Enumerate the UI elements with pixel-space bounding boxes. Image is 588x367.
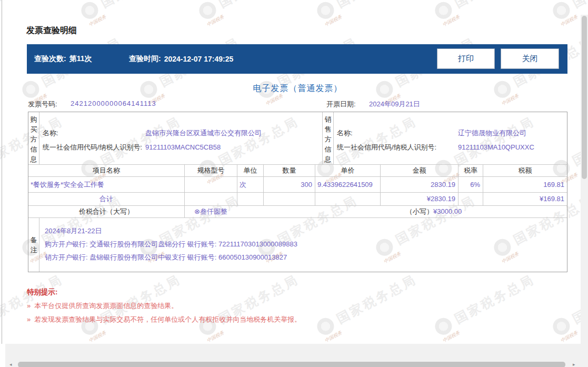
notice-item: »本平台仅提供所查询发票票面信息的查验结果。 — [27, 301, 178, 311]
seller-name-value: 辽宁德晟物业有限公司 — [458, 126, 526, 140]
subtotal-empty-cell — [185, 193, 237, 206]
header-cell: 税额 — [483, 165, 567, 177]
subtotal-empty-cell — [264, 193, 315, 206]
remarks-row: 备注 2024年8月21-22日 购方开户银行: 交通银行股份有限公司盘锦分行 … — [28, 218, 567, 272]
invoice-date-value: 2024年09月21日 — [369, 100, 420, 109]
invoice-verification-page: 发票查验明细 查验次数: 第11次 查验时间: 2024-12-07 17:49… — [0, 0, 588, 367]
header-cell: 项目名称 — [28, 165, 185, 177]
seller-info-cell: 名称: 辽宁德晟物业有限公司 统一社会信用代码/纳税人识别号: 91211103… — [334, 112, 567, 165]
scroll-left-arrow-icon[interactable]: ◂ — [9, 362, 12, 367]
notice-item-text: 本平台仅提供所查询发票票面信息的查验结果。 — [34, 302, 178, 310]
header-cell: 单位 — [237, 165, 264, 177]
invoice-number-row: 发票号码: 24212000000064141113 开票日期: 2024年09… — [0, 100, 588, 109]
grand-total-figures-label: （小写） — [406, 206, 433, 217]
notice-bullet: » — [27, 302, 31, 310]
subtotal-row: 合计 ¥2830.19 ¥169.81 — [28, 193, 567, 206]
grand-total-figures-value: ¥3000.00 — [433, 206, 462, 217]
item-price-cell: 9.4339622641509 — [315, 177, 381, 193]
remarks-cell: 2024年8月21-22日 购方开户银行: 交通银行股份有限公司盘锦分行 银行账… — [39, 218, 567, 272]
seller-taxid-line: 统一社会信用代码/纳税人识别号: 91211103MA10QPUXXC — [337, 140, 567, 154]
verification-toolbar: 查验次数: 第11次 查验时间: 2024-12-07 17:49:25 打印 … — [27, 44, 567, 74]
check-count-label: 查验次数: — [34, 54, 66, 64]
item-qty-cell: 300 — [264, 177, 315, 193]
frame-border — [2, 0, 2, 344]
close-button[interactable]: 关闭 — [501, 48, 559, 69]
remarks-side-label: 备注 — [28, 218, 39, 272]
buyer-side-label: 购买方信息 — [28, 112, 39, 165]
buyer-taxid-label: 统一社会信用代码/纳税人识别号: — [43, 140, 145, 154]
header-cell: 税率 — [459, 165, 483, 177]
notice-item: »若发现发票查验结果与实际交易不符，任何单位或个人有权拒收并向当地税务机关举报。 — [27, 315, 301, 324]
item-amount-cell: 2830.19 — [381, 177, 459, 193]
vertical-scrollbar-thumb[interactable] — [582, 16, 587, 179]
check-count-value: 第11次 — [69, 54, 92, 64]
notice-bullet: » — [27, 315, 31, 323]
buyer-name-value: 盘锦市兴隆台区双通城市公交有限公司 — [145, 126, 262, 140]
subtotal-label-cell: 合计 — [28, 193, 185, 206]
grand-total-words-label: 价税合计（大写） — [28, 206, 185, 218]
remark-line: 销方开户银行: 盘锦银行股份有限公司中银支行 银行账号: 66005013090… — [45, 251, 567, 264]
check-count: 查验次数: 第11次 — [34, 44, 92, 74]
invoice-type-title: 电子发票（普通发票） — [28, 83, 567, 94]
header-cell: 规格型号 — [185, 165, 237, 177]
subtotal-tax-cell: ¥169.81 — [483, 193, 567, 206]
subtotal-empty-cell — [237, 193, 264, 206]
buyer-name-line: 名称: 盘锦市兴隆台区双通城市公交有限公司 — [43, 126, 322, 140]
item-spec-cell — [185, 177, 237, 193]
subtotal-empty-cell — [315, 193, 381, 206]
header-cell: 单价 — [315, 165, 381, 177]
items-header-row: 项目名称 规格型号 单位 数量 单价 金额 税率 税额 — [28, 165, 567, 177]
invoice-number-value: 24212000000064141113 — [71, 100, 156, 107]
scroll-right-arrow-icon[interactable]: ▸ — [573, 362, 575, 367]
horizontal-scrollbar-thumb[interactable] — [18, 362, 565, 367]
page-title: 发票查验明细 — [26, 25, 77, 36]
notice-title: 特别提示: — [27, 287, 58, 297]
vertical-scrollbar[interactable] — [581, 15, 588, 367]
check-time: 查验时间: 2024-12-07 17:49:25 — [129, 44, 233, 74]
grand-total-row: 价税合计（大写） ⊗叁仟圆整 （小写） ¥3000.00 — [28, 206, 567, 218]
buyer-taxid-value: 91211103MACNC5CB58 — [145, 140, 221, 154]
remark-line: 购方开户银行: 交通银行股份有限公司盘锦分行 银行账号: 72211170301… — [45, 237, 567, 251]
seller-taxid-label: 统一社会信用代码/纳税人识别号: — [337, 140, 458, 154]
seller-taxid-value: 91211103MA10QPUXXC — [458, 140, 534, 154]
item-tax-cell: 169.81 — [483, 177, 567, 193]
seller-name-line: 名称: 辽宁德晟物业有限公司 — [337, 126, 567, 140]
notice-item-text: 若发现发票查验结果与实际交易不符，任何单位或个人有权拒收并向当地税务机关举报。 — [34, 315, 301, 323]
subtotal-amount-cell: ¥2830.19 — [381, 193, 459, 206]
seller-name-label: 名称: — [337, 126, 458, 140]
subtotal-empty-cell — [459, 193, 483, 206]
party-info-row: 购买方信息 名称: 盘锦市兴隆台区双通城市公交有限公司 统一社会信用代码/纳税人… — [28, 112, 567, 165]
check-time-label: 查验时间: — [129, 54, 161, 64]
invoice-number-label: 发票号码: — [28, 100, 57, 109]
buyer-taxid-line: 统一社会信用代码/纳税人识别号: 91211103MACNC5CB58 — [43, 140, 322, 154]
check-time-value: 2024-12-07 17:49:25 — [164, 55, 234, 63]
seller-side-label: 销售方信息 — [323, 112, 334, 165]
item-name-cell: *餐饮服务*安全会工作餐 — [28, 177, 185, 193]
grand-total-cell: ⊗叁仟圆整 （小写） ¥3000.00 — [185, 206, 567, 218]
buyer-name-label: 名称: — [43, 126, 145, 140]
invoice-table: 购买方信息 名称: 盘锦市兴隆台区双通城市公交有限公司 统一社会信用代码/纳税人… — [28, 112, 567, 272]
header-cell: 金额 — [381, 165, 459, 177]
buyer-info-cell: 名称: 盘锦市兴隆台区双通城市公交有限公司 统一社会信用代码/纳税人识别号: 9… — [39, 112, 323, 165]
item-taxrate-cell: 6% — [459, 177, 483, 193]
grand-total-words-value: ⊗叁仟圆整 — [194, 206, 227, 217]
item-row: *餐饮服务*安全会工作餐 次 300 9.4339622641509 2830.… — [28, 177, 567, 193]
item-unit-cell: 次 — [237, 177, 264, 193]
remark-line: 2024年8月21-22日 — [45, 224, 567, 237]
header-cell: 数量 — [264, 165, 315, 177]
invoice-date-label: 开票日期: — [326, 100, 356, 109]
print-button[interactable]: 打印 — [437, 48, 495, 69]
horizontal-scrollbar[interactable]: ◂ ▸ — [5, 344, 581, 367]
